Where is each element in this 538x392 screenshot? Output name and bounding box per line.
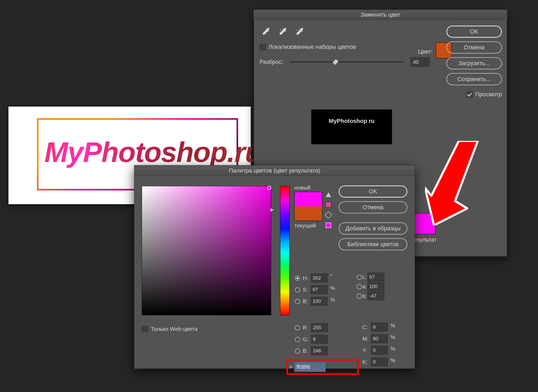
svg-text:+: + bbox=[279, 28, 281, 32]
a-input[interactable] bbox=[367, 282, 384, 291]
r-input[interactable] bbox=[311, 323, 328, 332]
hex-label: # bbox=[290, 365, 292, 369]
g-input[interactable] bbox=[311, 335, 328, 344]
selection-preview: MyPhotoshop ru bbox=[311, 109, 392, 144]
load-button[interactable]: Загрузить... bbox=[446, 57, 502, 69]
localized-sets-checkbox[interactable] bbox=[259, 44, 266, 50]
svg-text:−: − bbox=[296, 28, 298, 32]
b-radio[interactable] bbox=[295, 299, 300, 304]
a-label: a: bbox=[362, 282, 367, 291]
m-label: M: bbox=[361, 333, 369, 344]
scatter-input[interactable] bbox=[410, 57, 430, 67]
save-button[interactable]: Сохранить... bbox=[446, 73, 502, 85]
dialog-title: Заменить цвет bbox=[254, 10, 507, 20]
r-label: R: bbox=[302, 322, 309, 333]
gamut-warning-icon[interactable] bbox=[326, 192, 331, 197]
b2-radio[interactable] bbox=[357, 294, 362, 299]
h-input[interactable] bbox=[311, 274, 328, 283]
b2-input[interactable] bbox=[367, 291, 384, 300]
l-label: L: bbox=[362, 273, 367, 281]
m-input[interactable] bbox=[371, 334, 388, 343]
s-radio[interactable] bbox=[295, 287, 300, 293]
preview-label: Просмотр bbox=[475, 91, 502, 98]
current-color-label: текущий bbox=[294, 222, 322, 229]
r-radio[interactable] bbox=[295, 325, 300, 331]
y-input[interactable] bbox=[371, 346, 388, 355]
eyedropper-icon[interactable] bbox=[262, 27, 271, 38]
websafe-swatch[interactable] bbox=[325, 222, 331, 228]
result-color-swatch[interactable] bbox=[414, 213, 436, 234]
preview-checkbox[interactable] bbox=[466, 91, 473, 98]
color-comparison-swatch[interactable] bbox=[294, 192, 322, 221]
h-label: H: bbox=[302, 273, 309, 284]
bb-radio[interactable] bbox=[295, 348, 300, 354]
l-radio[interactable] bbox=[357, 275, 362, 280]
b2-label: b: bbox=[362, 291, 367, 300]
scatter-label: Разброс: bbox=[259, 59, 283, 65]
y-label: Y: bbox=[361, 345, 369, 356]
c-label: C: bbox=[361, 322, 369, 333]
cancel-button[interactable]: Отмена bbox=[339, 201, 407, 213]
hex-input[interactable] bbox=[294, 362, 326, 372]
k-label: K: bbox=[361, 356, 369, 367]
bb-input[interactable] bbox=[311, 346, 328, 355]
eyedropper-minus-icon[interactable]: − bbox=[295, 27, 305, 38]
ok-button[interactable]: OK bbox=[339, 185, 407, 198]
b-label: B: bbox=[302, 296, 309, 307]
g-radio[interactable] bbox=[295, 337, 300, 342]
gamut-swatch[interactable] bbox=[325, 202, 331, 208]
color-libraries-button[interactable]: Библиотеки цветов bbox=[339, 238, 407, 250]
hue-slider[interactable] bbox=[280, 186, 290, 315]
scatter-slider[interactable] bbox=[290, 61, 404, 63]
bb-label: B: bbox=[302, 345, 309, 356]
localized-sets-label: Локализованные наборы цветов bbox=[268, 44, 356, 50]
ok-button[interactable]: OK bbox=[446, 26, 502, 38]
sv-cursor bbox=[267, 186, 271, 190]
s-input[interactable] bbox=[311, 285, 328, 294]
saturation-value-field[interactable] bbox=[142, 186, 271, 315]
color-label: Цвет: bbox=[418, 48, 433, 55]
a-radio[interactable] bbox=[357, 284, 362, 289]
web-only-label: Только Web-цвета bbox=[151, 326, 197, 332]
websafe-warning-icon[interactable] bbox=[325, 211, 332, 219]
l-input[interactable] bbox=[367, 273, 384, 281]
cancel-button[interactable]: Отмена bbox=[446, 41, 502, 54]
eyedropper-plus-icon[interactable]: + bbox=[279, 27, 288, 38]
s-label: S: bbox=[302, 284, 309, 295]
k-input[interactable] bbox=[371, 357, 388, 366]
color-picker-dialog: Палитра цветов (цвет результата) ▶◀ новы… bbox=[134, 165, 415, 369]
logo-text: MyPhotoshop.ru bbox=[44, 136, 262, 169]
dialog-title: Палитра цветов (цвет результата) bbox=[134, 165, 415, 176]
g-label: G: bbox=[302, 334, 309, 345]
add-swatch-button[interactable]: Добавить в образцы bbox=[339, 222, 407, 235]
b-input[interactable] bbox=[311, 297, 328, 306]
new-color-label: новый bbox=[294, 184, 322, 191]
c-input[interactable] bbox=[371, 323, 388, 332]
h-radio[interactable] bbox=[295, 276, 300, 281]
web-only-checkbox[interactable] bbox=[142, 326, 148, 332]
